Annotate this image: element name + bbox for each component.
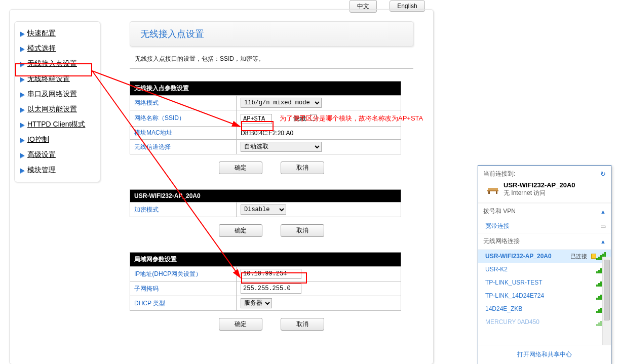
svg-rect-5 (488, 188, 498, 190)
scrollbar-thumb[interactable] (604, 260, 610, 320)
sidebar-item-adv[interactable]: 高级设置 (15, 147, 100, 163)
row-dhcp-label: DHCP 类型 (130, 296, 237, 311)
net-item[interactable]: USR-K2 (478, 263, 611, 276)
hide-ssid-checkbox[interactable] (310, 114, 317, 120)
refresh-icon[interactable]: ↻ (600, 170, 606, 178)
sidebar: 快速配置 模式选择 无线接入点设置 无线终端设置 串口及网络设置 以太网功能设置… (14, 21, 100, 182)
sidebar-item-ap[interactable]: 无线接入点设置 (15, 56, 100, 71)
conn-text: USR-WIFI232-AP_20A0 无 Internet 访问 (503, 181, 575, 197)
arrow-icon (20, 62, 24, 67)
table-caption: USR-WIFI232-AP_20A0 (130, 190, 401, 203)
net-name: 宽带连接 (485, 222, 510, 230)
sidebar-item-mode[interactable]: 模式选择 (15, 41, 100, 56)
net-name: TP-LINK_14D24E724 (485, 292, 544, 299)
button-row-2: 确定 取消 (130, 224, 413, 237)
row-mac-label: 模块MAC地址 (130, 127, 237, 140)
row-mode-label: 网络模式 (130, 96, 237, 110)
net-item-broadband[interactable]: 宽带连接 ▭ (478, 219, 611, 233)
sidebar-item-quick[interactable]: 快速配置 (15, 26, 100, 41)
sidebar-item-module[interactable]: 模块管理 (15, 163, 100, 178)
ip-input[interactable] (241, 269, 301, 279)
modem-icon: ▭ (600, 223, 606, 230)
encryption-table: USR-WIFI232-AP_20A0 加密模式 Disable (130, 189, 401, 217)
arrow-icon (20, 47, 24, 52)
wifi-cat-wlan[interactable]: 无线网络连接 ▲ (478, 233, 611, 249)
ok-button[interactable]: 确定 (219, 318, 262, 331)
conn-sub: 无 Internet 访问 (503, 189, 575, 197)
row-chan-value: 自动选取 (237, 140, 401, 154)
net-name: USR-K2 (485, 266, 508, 273)
sidebar-link[interactable]: 模式选择 (27, 44, 56, 52)
dhcp-select[interactable]: 服务器 (241, 298, 272, 308)
sidebar-link[interactable]: 无线终端设置 (27, 74, 70, 83)
net-item[interactable]: TP-LINK_14D24E724 (478, 289, 611, 302)
ok-button[interactable]: 确定 (219, 161, 262, 174)
net-item[interactable]: 14D24E_ZKB (478, 302, 611, 315)
wifi-current-header: 当前连接到: ↻ (478, 166, 611, 180)
table-caption: 无线接入点参数设置 (130, 82, 401, 96)
arrow-icon (20, 153, 24, 158)
sidebar-link[interactable]: 以太网功能设置 (27, 105, 77, 113)
cancel-button[interactable]: 取消 (281, 161, 324, 174)
wifi-current-connection[interactable]: USR-WIFI232-AP_20A0 无 Internet 访问 (478, 180, 611, 203)
sidebar-link[interactable]: 模块管理 (27, 166, 56, 174)
sidebar-link[interactable]: 高级设置 (27, 150, 56, 158)
sidebar-link[interactable]: 串口及网络设置 (27, 90, 77, 98)
lan-params-table: 局域网参数设置 IP地址(DHCP网关设置） 子网掩码 DHCP 类型 服务器 (130, 252, 401, 311)
row-mode-value: 11b/g/n mixed mode (237, 96, 401, 110)
network-mode-select[interactable]: 11b/g/n mixed mode (241, 98, 322, 108)
wifi-flyout: 当前连接到: ↻ USR-WIFI232-AP_20A0 无 Internet … (478, 165, 611, 364)
sidebar-item-serial[interactable]: 串口及网络设置 (15, 87, 100, 102)
row-enc-label: 加密模式 (130, 203, 237, 217)
mask-input[interactable] (241, 284, 301, 294)
arrow-icon (20, 168, 24, 173)
hide-label: 隐藏 (294, 114, 306, 123)
warning-icon (591, 254, 596, 259)
sidebar-link[interactable]: 快速配置 (27, 29, 56, 37)
net-name: TP-LINK_USR-TEST (485, 279, 542, 286)
encryption-select[interactable]: Disable (241, 205, 286, 215)
sidebar-item-httpd[interactable]: HTTPD Client模式 (15, 117, 100, 132)
net-item[interactable]: USR-WIFI232-AP_20A0 已连接 (478, 250, 611, 263)
row-enc-value: Disable (237, 203, 401, 217)
row-ip-value (237, 267, 401, 281)
net-name: MERCURY 0AD450 (485, 318, 539, 326)
wifi-scrollbar[interactable] (602, 257, 611, 347)
wifi-network-list: USR-WIFI232-AP_20A0 已连接 USR-K2 TP-LINK_U… (478, 249, 611, 326)
arrow-icon (20, 77, 24, 82)
net-name: 14D24E_ZKB (485, 305, 522, 312)
svg-rect-3 (488, 191, 490, 194)
button-row-1: 确定 取消 (130, 161, 413, 174)
cancel-button[interactable]: 取消 (281, 318, 324, 331)
sidebar-link[interactable]: HTTPD Client模式 (27, 120, 85, 128)
ssid-input[interactable] (241, 114, 272, 124)
cancel-button[interactable]: 取消 (281, 224, 324, 237)
ok-button[interactable]: 确定 (219, 224, 262, 237)
table-caption: 局域网参数设置 (130, 253, 401, 267)
wifi-current-label: 当前连接到: (483, 170, 515, 178)
sidebar-item-eth[interactable]: 以太网功能设置 (15, 102, 100, 117)
chevron-up-icon: ▲ (600, 209, 606, 215)
wifi-open-center-link[interactable]: 打开网络和共享中心 (478, 345, 611, 364)
sidebar-item-io[interactable]: IO控制 (15, 132, 100, 147)
connected-tag: 已连接 (570, 253, 587, 260)
row-dhcp-value: 服务器 (237, 296, 401, 311)
net-item[interactable]: MERCURY 0AD450 (478, 315, 611, 326)
sidebar-item-sta[interactable]: 无线终端设置 (15, 71, 100, 87)
arrow-icon (20, 138, 24, 143)
channel-select[interactable]: 自动选取 (241, 142, 322, 152)
button-row-3: 确定 取消 (130, 318, 413, 331)
row-ssid-label: 网络名称（SSID） (130, 110, 237, 127)
net-item[interactable]: TP-LINK_USR-TEST (478, 276, 611, 289)
row-chan-label: 无线信道选择 (130, 140, 237, 154)
arrow-icon (20, 123, 24, 128)
sidebar-link[interactable]: 无线接入点设置 (27, 59, 77, 67)
row-mac-value: D8:B0:4C:F2:20:A0 (237, 127, 401, 140)
net-name: USR-WIFI232-AP_20A0 (485, 253, 552, 260)
sidebar-link[interactable]: IO控制 (27, 135, 49, 143)
svg-rect-4 (496, 191, 497, 194)
cat-label: 无线网络连接 (483, 237, 520, 246)
wifi-cat-dial[interactable]: 拨号和 VPN ▲ (478, 203, 611, 219)
row-mask-label: 子网掩码 (130, 281, 237, 296)
page-title: 无线接入点设置 (130, 21, 413, 47)
